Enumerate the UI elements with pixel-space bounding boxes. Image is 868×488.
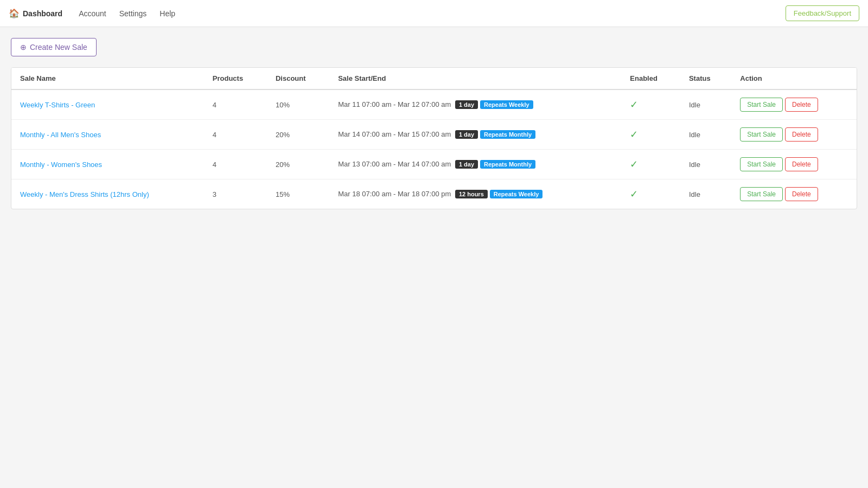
enabled-status: ✓: [621, 89, 680, 120]
create-new-sale-button[interactable]: ⊕ Create New Sale: [11, 38, 97, 56]
discount-value: 10%: [267, 89, 329, 120]
enabled-status: ✓: [621, 179, 680, 209]
col-products: Products: [204, 68, 267, 89]
settings-link[interactable]: Settings: [114, 6, 152, 21]
date-text: Mar 11 07:00 am - Mar 12 07:00 am: [338, 100, 453, 108]
products-count: 4: [204, 120, 267, 150]
sales-table: Sale Name Products Discount Sale Start/E…: [11, 68, 857, 209]
start-sale-button[interactable]: Start Sale: [740, 127, 783, 142]
repeat-badge: Repeats Monthly: [480, 160, 535, 169]
check-icon: ✓: [630, 189, 638, 200]
check-icon: ✓: [630, 159, 638, 170]
start-sale-button[interactable]: Start Sale: [740, 98, 783, 112]
feedback-button[interactable]: Feedback/Support: [786, 5, 859, 21]
col-enabled: Enabled: [621, 68, 680, 89]
home-icon: 🏠: [9, 8, 20, 18]
action-cell: Start SaleDelete: [731, 120, 857, 150]
date-text: Mar 14 07:00 am - Mar 15 07:00 am: [338, 130, 453, 138]
table-row: Monthly - Women's Shoes420%Mar 13 07:00 …: [11, 150, 857, 179]
create-button-label: Create New Sale: [30, 43, 87, 52]
table-row: Monthly - All Men's Shoes420%Mar 14 07:0…: [11, 120, 857, 150]
action-cell: Start SaleDelete: [731, 150, 857, 179]
sale-date-range: Mar 13 07:00 am - Mar 14 07:00 am 1 dayR…: [329, 150, 621, 179]
help-link[interactable]: Help: [154, 6, 181, 21]
products-count: 4: [204, 89, 267, 120]
main-content: ⊕ Create New Sale Sale Name Products Dis…: [0, 27, 868, 220]
plus-icon: ⊕: [20, 43, 27, 52]
table-row: Weekly T-Shirts - Green410%Mar 11 07:00 …: [11, 89, 857, 120]
table-row: Weekly - Men's Dress Shirts (12hrs Only)…: [11, 179, 857, 209]
status-text: Idle: [680, 179, 731, 209]
col-status: Status: [680, 68, 731, 89]
enabled-status: ✓: [621, 120, 680, 150]
enabled-status: ✓: [621, 150, 680, 179]
duration-badge: 1 day: [455, 160, 478, 169]
sale-date-range: Mar 18 07:00 am - Mar 18 07:00 pm 12 hou…: [329, 179, 621, 209]
duration-badge: 1 day: [455, 130, 478, 139]
delete-button[interactable]: Delete: [785, 187, 818, 201]
status-text: Idle: [680, 120, 731, 150]
delete-button[interactable]: Delete: [785, 127, 818, 142]
check-icon: ✓: [630, 129, 638, 140]
sale-name-link[interactable]: Monthly - Women's Shoes: [20, 160, 102, 169]
discount-value: 20%: [267, 120, 329, 150]
col-sale-name: Sale Name: [11, 68, 204, 89]
sale-date-range: Mar 14 07:00 am - Mar 15 07:00 am 1 dayR…: [329, 120, 621, 150]
status-text: Idle: [680, 150, 731, 179]
sale-name-link[interactable]: Monthly - All Men's Shoes: [20, 131, 101, 139]
date-text: Mar 13 07:00 am - Mar 14 07:00 am: [338, 160, 453, 168]
products-count: 4: [204, 150, 267, 179]
repeat-badge: Repeats Monthly: [480, 130, 535, 139]
action-cell: Start SaleDelete: [731, 89, 857, 120]
col-sale-start-end: Sale Start/End: [329, 68, 621, 89]
brand-label: Dashboard: [23, 9, 62, 18]
table-header-row: Sale Name Products Discount Sale Start/E…: [11, 68, 857, 89]
repeat-badge: Repeats Weekly: [490, 190, 543, 198]
products-count: 3: [204, 179, 267, 209]
start-sale-button[interactable]: Start Sale: [740, 157, 783, 171]
delete-button[interactable]: Delete: [785, 157, 818, 171]
account-link[interactable]: Account: [73, 6, 112, 21]
start-sale-button[interactable]: Start Sale: [740, 187, 783, 201]
discount-value: 20%: [267, 150, 329, 179]
action-cell: Start SaleDelete: [731, 179, 857, 209]
check-icon: ✓: [630, 99, 638, 110]
discount-value: 15%: [267, 179, 329, 209]
dashboard-link[interactable]: 🏠 Dashboard: [9, 8, 62, 18]
navbar: 🏠 Dashboard Account Settings Help Feedba…: [0, 0, 868, 27]
status-text: Idle: [680, 89, 731, 120]
col-discount: Discount: [267, 68, 329, 89]
sale-name-link[interactable]: Weekly T-Shirts - Green: [20, 101, 95, 109]
sale-date-range: Mar 11 07:00 am - Mar 12 07:00 am 1 dayR…: [329, 89, 621, 120]
date-text: Mar 18 07:00 am - Mar 18 07:00 pm: [338, 190, 453, 198]
delete-button[interactable]: Delete: [785, 98, 818, 112]
navbar-links: Account Settings Help: [73, 6, 786, 21]
repeat-badge: Repeats Weekly: [480, 100, 533, 109]
col-action: Action: [731, 68, 857, 89]
sales-table-container: Sale Name Products Discount Sale Start/E…: [11, 67, 857, 209]
duration-badge: 1 day: [455, 100, 478, 109]
duration-badge: 12 hours: [455, 190, 488, 198]
sale-name-link[interactable]: Weekly - Men's Dress Shirts (12hrs Only): [20, 190, 149, 198]
